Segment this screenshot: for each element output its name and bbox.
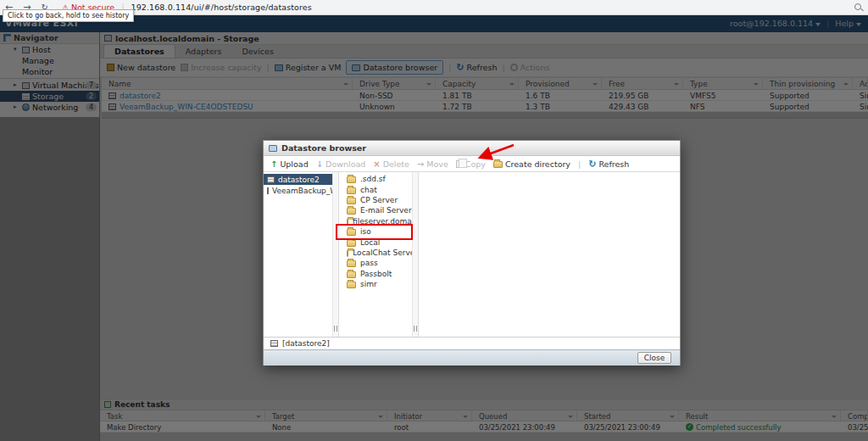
folder-item[interactable]: LocalChat Server — [339, 248, 418, 258]
folder-icon — [347, 240, 356, 247]
address-bar[interactable]: 192.168.0.114/ui/#/host/storage/datastor… — [131, 3, 312, 12]
folder-item[interactable]: chat — [339, 184, 418, 194]
folder-icon — [347, 250, 348, 257]
scrollbar[interactable] — [412, 172, 418, 337]
datastore-browser-icon — [269, 145, 277, 152]
datastore-icon — [267, 187, 269, 194]
close-button[interactable]: Close — [637, 352, 671, 364]
scrollbar-grip[interactable] — [334, 326, 337, 332]
download-button[interactable]: ↓Download — [316, 159, 366, 169]
dialog-title-bar[interactable]: Datastore browser — [264, 141, 680, 156]
refresh-icon: ↻ — [588, 159, 596, 170]
folder-icon — [347, 282, 356, 288]
folder-icon — [347, 271, 356, 278]
datastore-list-item[interactable]: VeeamBackup_WI... — [264, 185, 338, 196]
scrollbar[interactable] — [332, 172, 338, 337]
dialog-footer: Close — [264, 349, 680, 366]
folder-item[interactable]: .sdd.sf — [339, 174, 418, 184]
back-button-tooltip: Click to go back, hold to see history — [3, 9, 134, 22]
folder-item[interactable]: Passbolt — [339, 269, 418, 279]
folder-list-pane: .sdd.sf chat CP Server E-mail Server fil… — [339, 172, 419, 337]
delete-icon: × — [373, 159, 380, 169]
download-icon: ↓ — [316, 159, 323, 169]
folder-item[interactable]: CP Server — [339, 195, 418, 205]
folder-item[interactable]: E-mail Server — [339, 205, 418, 215]
dialog-refresh-button[interactable]: ↻Refresh — [588, 159, 629, 170]
datastore-list-pane: datastore2 VeeamBackup_WI... — [264, 172, 339, 337]
folder-icon — [347, 176, 356, 183]
dialog-status-bar: [datastore2] — [264, 337, 680, 349]
move-button[interactable]: →Move — [417, 159, 448, 169]
current-path: [datastore2] — [282, 339, 330, 348]
dialog-toolbar: ↑Upload ↓Download ×Delete →Move Copy Cre… — [264, 156, 680, 172]
dialog-title: Datastore browser — [281, 143, 366, 153]
folder-item[interactable]: pass — [339, 258, 418, 268]
datastore-browser-dialog: Datastore browser ↑Upload ↓Download ×Del… — [263, 140, 681, 366]
divider: | — [578, 159, 581, 169]
upload-button[interactable]: ↑Upload — [270, 159, 309, 169]
folder-icon — [347, 260, 356, 267]
scrollbar-grip[interactable] — [414, 326, 417, 332]
datastore-list-item[interactable]: datastore2 — [264, 174, 338, 185]
create-directory-button[interactable]: Create directory — [493, 159, 570, 169]
folder-item[interactable]: simr — [339, 279, 418, 289]
copy-button[interactable]: Copy — [456, 159, 486, 169]
folder-icon — [347, 198, 356, 204]
folder-icon — [347, 208, 356, 215]
datastore-icon — [270, 340, 278, 347]
search-icon[interactable] — [854, 3, 861, 10]
datastore-icon — [267, 176, 275, 183]
file-list-pane[interactable] — [419, 172, 680, 337]
folder-icon — [347, 187, 356, 194]
move-icon: → — [417, 159, 424, 169]
copy-icon — [456, 160, 463, 168]
folder-icon — [493, 161, 503, 168]
annotation-highlight-box — [336, 224, 413, 240]
delete-button[interactable]: ×Delete — [373, 159, 409, 169]
upload-icon: ↑ — [270, 159, 277, 169]
screenshot-stage: VMware ESXi root@192.168.0.114 | Help Na… — [0, 0, 868, 441]
